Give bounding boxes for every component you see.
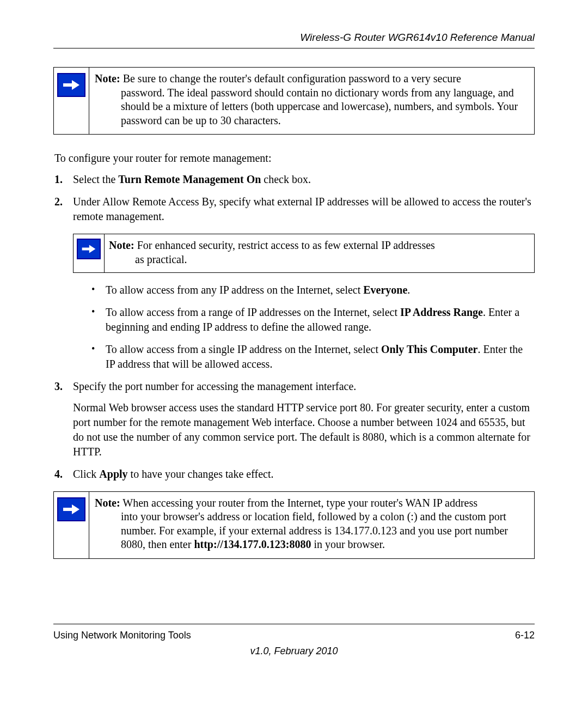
note-text-rest: password. The ideal password should cont… [121, 86, 528, 128]
note-label-3: Note: [95, 497, 120, 509]
step1-pre: Select the [73, 173, 118, 185]
access-options-list: To allow access from any IP address on t… [91, 283, 535, 372]
note-label-2: Note: [109, 239, 134, 251]
arrow-icon [57, 497, 85, 521]
step-4: Click Apply to have your changes take ef… [54, 467, 535, 482]
note-label: Note: [95, 72, 120, 84]
bullet-only-this: To allow access from a single IP address… [91, 342, 535, 372]
note-text: Note: Be sure to change the router's def… [89, 68, 534, 134]
step-1: Select the Turn Remote Management On che… [54, 172, 535, 187]
note-icon-cell-3 [54, 492, 89, 558]
footer-rule [53, 624, 535, 624]
b1-bold: Everyone [363, 284, 407, 296]
bullet-ip-range: To allow access from a range of IP addre… [91, 305, 535, 334]
note-box-security: Note: For enhanced security, restrict ac… [73, 234, 535, 272]
footer-version: v1.0, February 2010 [53, 646, 535, 657]
note-icon-cell-2 [74, 234, 105, 272]
b3-bold: Only This Computer [381, 343, 477, 355]
step4-bold: Apply [99, 468, 127, 480]
note3-url: http://134.177.0.123:8080 [194, 538, 311, 550]
arrow-icon [77, 239, 101, 259]
note-box-access-url: Note: When accessing your router from th… [53, 491, 535, 559]
note3-rest: into your browser's address or location … [121, 510, 528, 552]
note2-rest: as practical. [135, 253, 529, 267]
page-footer: Using Network Monitoring Tools 6-12 v1.0… [53, 624, 535, 657]
arrow-icon [57, 73, 85, 97]
b2-pre: To allow access from a range of IP addre… [106, 306, 400, 318]
b3-pre: To allow access from a single IP address… [106, 343, 381, 355]
note3-rest-b: in your browser. [311, 538, 385, 550]
note-icon-cell [54, 68, 89, 134]
b1-pre: To allow access from any IP address on t… [106, 284, 363, 296]
step3-text: Specify the port number for accessing th… [73, 380, 356, 392]
footer-right: 6-12 [515, 630, 535, 641]
inner-note-wrap: Note: For enhanced security, restrict ac… [73, 234, 535, 272]
bullet-everyone: To allow access from any IP address on t… [91, 283, 535, 297]
step4-pre: Click [73, 468, 99, 480]
step3-paragraph: Normal Web browser access uses the stand… [73, 400, 535, 459]
note2-line: For enhanced security, restrict access t… [134, 239, 435, 251]
header-rule [53, 48, 535, 48]
page-header-title: Wireless-G Router WGR614v10 Reference Ma… [53, 32, 535, 44]
step-3: Specify the port number for accessing th… [54, 379, 535, 459]
footer-left: Using Network Monitoring Tools [53, 630, 191, 641]
step1-bold: Turn Remote Management On [118, 173, 261, 185]
note-box-password: Note: Be sure to change the router's def… [53, 67, 535, 135]
note-text-3: Note: When accessing your router from th… [89, 492, 534, 558]
steps-list: Select the Turn Remote Management On che… [54, 172, 535, 481]
intro-paragraph: To configure your router for remote mana… [54, 151, 535, 166]
note-text-line: Be sure to change the router's default c… [120, 72, 461, 84]
note-text-2: Note: For enhanced security, restrict ac… [105, 234, 534, 272]
step1-post: check box. [261, 173, 311, 185]
step2-text: Under Allow Remote Access By, specify wh… [73, 196, 531, 222]
step-2: Under Allow Remote Access By, specify wh… [54, 194, 535, 371]
step4-post: to have your changes take effect. [128, 468, 274, 480]
note3-line: When accessing your router from the Inte… [120, 497, 477, 509]
b1-post: . [407, 284, 410, 296]
b2-bold: IP Address Range [400, 306, 483, 318]
